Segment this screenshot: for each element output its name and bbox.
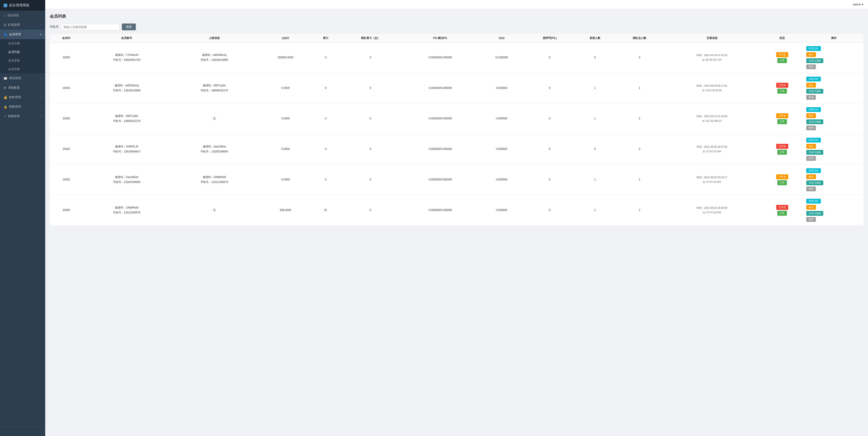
cell-pledge: 0 <box>525 195 575 226</box>
sidebar-item-audit[interactable]: ✓ 审核管理 › <box>0 112 45 121</box>
reg-time: 时间：2021-06-02 21:28:00 <box>666 114 758 119</box>
cell-team-hashrate: 0 <box>339 134 402 165</box>
sidebar-item-permission[interactable]: 🔒 权限管理 › <box>0 102 45 112</box>
cell-fil: 0.000000/0.000000 <box>402 104 478 134</box>
col-header-team-total: 团队总人数 <box>615 34 664 42</box>
edit-button[interactable]: 修改 <box>806 205 816 210</box>
search-input[interactable] <box>61 24 120 30</box>
cell-superior: 邀请码：1WldPkd9 手机号：13212345678 <box>170 165 258 195</box>
reg-ip: ip: 49.78.107.124 <box>666 58 758 62</box>
disable-button[interactable]: 禁用 <box>806 64 816 69</box>
col-header-action: 操作 <box>804 34 864 42</box>
account-invite: 邀请码：TJ70ekoO <box>85 53 169 58</box>
cell-xch: 0.000000 <box>478 104 525 134</box>
sidebar: 后台管理系统 ⌂ 后台首页 ☰ 矿机管理 › 👤 会员管理 ∨ 会员注册 会员列… <box>0 0 45 436</box>
disable-button[interactable]: 禁用 <box>806 95 816 100</box>
view-flow-button[interactable]: 查看流程 <box>806 46 821 51</box>
cell-id: 10002 <box>50 134 83 165</box>
sidebar-item-mining[interactable]: ☰ 矿机管理 › <box>0 20 45 30</box>
recharge-button[interactable]: 充值与战略 <box>806 150 823 155</box>
sidebar-item-home[interactable]: ⌂ 后台首页 <box>0 11 45 20</box>
edit-button[interactable]: 修改 <box>806 113 816 118</box>
cell-direct: 1 <box>575 195 616 226</box>
disable-button[interactable]: 禁用 <box>806 156 816 161</box>
sidebar-collapse-button[interactable]: « <box>0 427 45 436</box>
sidebar-item-member-label: 会员管理 <box>9 32 21 36</box>
cell-pledge: 0 <box>525 134 575 165</box>
superior-invite: 邀请码：2aa1dEee <box>172 144 256 149</box>
sidebar-item-sysconfig[interactable]: ⚙ 系统配置 › <box>0 83 45 92</box>
cell-team-hashrate: 0 <box>339 195 402 226</box>
cell-status: 未实名 正常 <box>760 42 804 73</box>
view-flow-button[interactable]: 查看流程 <box>806 138 821 143</box>
cell-xch: 0.000000 <box>478 73 525 104</box>
cell-superior: 邀请码：006Y1p0c 手机号：18948310170 <box>170 73 258 104</box>
account-invite: 邀请码：0n0P0LJ5 <box>85 144 169 149</box>
account-phone: 手机号：18948310170 <box>85 119 169 124</box>
edit-button[interactable]: 修改 <box>806 83 816 88</box>
sidebar-item-level[interactable]: 会员等级 <box>0 65 45 74</box>
sidebar-title: 后台管理系统 <box>0 0 45 11</box>
sidebar-item-info-label: 资讯管理 <box>9 76 21 80</box>
cell-reginfo: 时间：2021-06-03 07:42:33 ip: 49.78.107.124 <box>664 42 760 73</box>
sidebar-item-info[interactable]: 📰 资讯管理 › <box>0 74 45 83</box>
recharge-button[interactable]: 充值与战略 <box>806 58 823 63</box>
sidebar-item-register-label: 会员注册 <box>8 41 20 45</box>
col-header-id: 会员ID <box>50 34 83 42</box>
superior-phone: 手机号：13265339084 <box>172 149 256 154</box>
cell-usdt: 0.0000 <box>258 104 313 134</box>
member-table-wrap: 会员ID 会员账号 上级信息 USDT 算力 团队算力（总） FIL/锁仓FIL… <box>50 34 864 226</box>
chevron-right-icon: › <box>41 24 41 26</box>
disable-button[interactable]: 禁用 <box>806 217 816 222</box>
sidebar-item-realname[interactable]: 实名审核 <box>0 56 45 65</box>
cell-team-total: 2 <box>615 195 664 226</box>
chevron-right-icon-perm: › <box>41 106 41 108</box>
sidebar-item-sysconfig-label: 系统配置 <box>8 86 20 90</box>
disable-button[interactable]: 禁用 <box>806 186 816 191</box>
cell-hashrate: 0 <box>313 104 339 134</box>
view-flow-button[interactable]: 查看流程 <box>806 107 821 112</box>
view-flow-button[interactable]: 查看流程 <box>806 199 821 204</box>
recharge-button[interactable]: 充值与战略 <box>806 89 823 94</box>
disable-button[interactable]: 禁用 <box>806 125 816 130</box>
search-button[interactable]: 搜索 <box>122 24 136 30</box>
edit-button[interactable]: 修改 <box>806 52 816 57</box>
cell-account: 邀请码：0n0P0LJ5 手机号：13016064917 <box>83 134 170 165</box>
sidebar-item-list[interactable]: 会员列表 <box>0 48 45 56</box>
search-bar: 手机号 搜索 <box>50 24 864 30</box>
status-badge-realname: 主实名 <box>776 144 788 149</box>
sidebar-item-member[interactable]: 👤 会员管理 ∨ <box>0 30 45 39</box>
cell-team-total: 2 <box>615 104 664 134</box>
edit-button[interactable]: 修改 <box>806 144 816 149</box>
status-badge-realname: 未实名 <box>776 52 788 57</box>
view-flow-button[interactable]: 查看流程 <box>806 168 821 173</box>
cell-team-hashrate: 0 <box>339 42 402 73</box>
sidebar-item-register[interactable]: 会员注册 <box>0 39 45 48</box>
status-badge-realname: 主实名 <box>776 205 788 210</box>
home-icon: ⌂ <box>4 14 5 17</box>
account-invite: 邀请码：2aa1dEee <box>85 175 169 180</box>
col-header-xch: XCH <box>478 34 525 42</box>
view-flow-button[interactable]: 查看流程 <box>806 77 821 81</box>
cell-reginfo: 时间：2021-06-02 21:28:00 ip: 121.35.189.13 <box>664 104 760 134</box>
sidebar-item-permission-label: 权限管理 <box>9 105 21 109</box>
recharge-button[interactable]: 充值与战略 <box>806 211 823 216</box>
status-badge-normal: 正常 <box>777 180 787 185</box>
recharge-button[interactable]: 充值与战略 <box>806 119 823 124</box>
recharge-button[interactable]: 充值与战略 <box>806 180 823 185</box>
edit-button[interactable]: 修改 <box>806 174 816 179</box>
cell-fil: 0.000000/0.000000 <box>402 42 478 73</box>
cell-pledge: 0 <box>525 73 575 104</box>
account-invite: 邀请码：w6D30w1q <box>85 83 169 88</box>
info-icon: 📰 <box>4 77 7 80</box>
sidebar-item-finance[interactable]: 💰 财务管理 › <box>0 92 45 102</box>
cell-usdt: 688.0000 <box>258 195 313 226</box>
sidebar-item-finance-label: 财务管理 <box>9 95 21 99</box>
account-phone: 手机号：13265339084 <box>85 180 169 185</box>
cell-direct: 1 <box>575 165 616 195</box>
cell-xch: 0.000000 <box>478 195 525 226</box>
cell-team-total: 0 <box>615 134 664 165</box>
cell-direct: 0 <box>575 134 616 165</box>
cell-reginfo: 时间：2021-06-03 00:17:01 ip: 119.123.32.40 <box>664 73 760 104</box>
cell-actions: 查看流程 修改 充值与战略 禁用 <box>804 104 864 134</box>
